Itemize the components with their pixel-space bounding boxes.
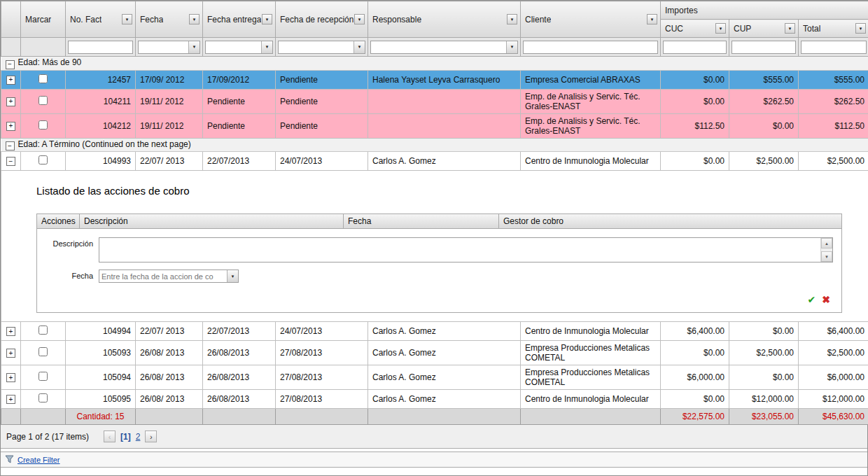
next-page-button[interactable]: › [145, 430, 157, 442]
detail-column-fecha[interactable]: Fecha [344, 214, 499, 228]
scroll-down-icon[interactable]: ▼ [821, 251, 832, 262]
cell-responsable [368, 113, 521, 138]
summary-row: Cantidad: 15 $22,575.00 $23,055.00 $45,6… [1, 409, 868, 425]
table-row[interactable]: + 12457 17/09/ 2012 17/09/2012 Pendiente… [1, 70, 868, 89]
row-checkbox[interactable] [38, 120, 48, 130]
textarea-scrollbar[interactable]: ▲ ▼ [820, 238, 832, 262]
column-header-no-fact[interactable]: No. Fact▼ [66, 1, 136, 38]
filter-dropdown-icon[interactable]: ▼ [855, 23, 866, 34]
detail-column-descripcion[interactable]: Descripción [80, 214, 344, 228]
cell-cuc: $6,400.00 [661, 322, 729, 341]
column-header-fecha[interactable]: Fecha▼ [136, 1, 203, 38]
filter-dropdown-icon[interactable]: ▼ [354, 14, 365, 24]
update-button[interactable]: ✔ [808, 294, 816, 305]
dropdown-icon[interactable]: ▼ [188, 41, 200, 53]
row-checkbox[interactable] [38, 347, 48, 356]
filter-input-fecha-entrega[interactable] [206, 41, 261, 53]
filter-input-responsable[interactable] [371, 41, 506, 53]
row-checkbox[interactable] [38, 74, 48, 83]
filter-dropdown-icon[interactable]: ▼ [262, 14, 272, 24]
table-row[interactable]: + 105094 26/08/ 2013 26/08/2013 27/08/20… [1, 365, 868, 390]
table-row[interactable]: + 104212 19/11/ 2012 Pendiente Pendiente… [1, 113, 868, 138]
group-row[interactable]: −Edad: Más de 90 [1, 57, 868, 71]
cell-cliente: Centro de Inmunologia Molecular [521, 152, 661, 171]
column-header-marcar[interactable]: Marcar [21, 1, 66, 38]
page-2-link[interactable]: 2 [136, 432, 141, 442]
filter-input-cliente[interactable] [523, 41, 658, 54]
row-checkbox[interactable] [38, 96, 48, 105]
detail-column-gestor[interactable]: Gestor de cobro [499, 214, 841, 228]
cell-cuc: $0.00 [661, 89, 729, 113]
dropdown-icon[interactable]: ▼ [506, 41, 517, 53]
cell-fecha-entrega: Pendiente [203, 89, 276, 113]
column-header-cup[interactable]: CUP▼ [729, 20, 799, 38]
cell-cliente: Emp. de Analisis y Servic. Téc. Grales-E… [521, 89, 661, 113]
column-header-cuc[interactable]: CUC▼ [661, 20, 729, 38]
column-label-marcar: Marcar [25, 15, 51, 24]
filter-input-total[interactable] [801, 41, 867, 54]
descripcion-field[interactable]: ▲ ▼ [99, 237, 833, 262]
cell-no-fact: 104994 [66, 322, 136, 341]
row-checkbox[interactable] [38, 372, 48, 381]
table-row[interactable]: + 104211 19/11/ 2012 Pendiente Pendiente… [1, 89, 868, 113]
table-row[interactable]: + 104994 22/07/ 2013 22/07/2013 24/07/20… [1, 322, 868, 341]
filter-dropdown-icon[interactable]: ▼ [122, 14, 132, 24]
filter-input-cup[interactable] [732, 41, 796, 54]
column-header-fecha-recepcion[interactable]: Fecha de recepción▼ [276, 1, 368, 38]
fecha-combo-input[interactable] [99, 270, 227, 282]
create-filter-icon[interactable] [5, 455, 14, 464]
table-row[interactable]: + 105093 26/08/ 2013 26/08/2013 27/08/20… [1, 341, 868, 365]
filter-input-fecha-recepcion[interactable] [279, 41, 354, 53]
cell-cuc: $0.00 [661, 152, 729, 171]
filter-dropdown-icon[interactable]: ▼ [189, 14, 200, 24]
dropdown-icon[interactable]: ▼ [261, 41, 272, 53]
fecha-combo[interactable]: ▼ [99, 270, 239, 283]
filter-dropdown-icon[interactable]: ▼ [507, 14, 517, 24]
column-header-cliente[interactable]: Cliente▼ [521, 1, 661, 38]
cell-no-fact: 12457 [66, 70, 136, 89]
cancel-button[interactable]: ✖ [822, 294, 830, 305]
expand-row-icon[interactable]: + [6, 327, 15, 336]
cell-cuc: $0.00 [661, 70, 729, 89]
collapse-group-icon[interactable]: − [6, 60, 15, 69]
table-row[interactable]: − 104993 22/07/ 2013 22/07/2013 24/07/20… [1, 152, 868, 171]
prev-page-button[interactable]: ‹ [104, 430, 115, 442]
row-checkbox[interactable] [38, 393, 48, 402]
filter-input-cuc[interactable] [663, 41, 727, 54]
filter-cell-empty [21, 38, 66, 57]
column-header-fecha-entrega[interactable]: Fecha entrega▼ [203, 1, 276, 38]
cell-no-fact: 104211 [66, 89, 136, 113]
expand-row-icon[interactable]: + [6, 122, 15, 131]
cell-cliente: Centro de Inmunologia Molecular [521, 390, 661, 409]
expand-row-icon[interactable]: + [6, 349, 15, 358]
cell-total: $2,500.00 [799, 152, 868, 171]
expand-row-icon[interactable]: + [6, 373, 15, 382]
cell-responsable: Halena Yayset Leyva Carrasquero [368, 70, 521, 89]
create-filter-link[interactable]: Create Filter [18, 456, 60, 464]
row-checkbox[interactable] [38, 326, 48, 335]
detail-edit-form: Descripción ▲ ▼ Fecha [36, 229, 842, 313]
collapse-group-icon[interactable]: − [6, 141, 15, 150]
dropdown-icon[interactable]: ▼ [227, 270, 238, 282]
cell-responsable [368, 89, 521, 113]
descripcion-textarea[interactable] [99, 238, 820, 262]
filter-dropdown-icon[interactable]: ▼ [647, 14, 657, 24]
cell-fecha: 22/07/ 2013 [136, 152, 203, 171]
dropdown-icon[interactable]: ▼ [354, 41, 365, 53]
expand-row-icon[interactable]: + [6, 97, 15, 106]
expand-row-icon[interactable]: + [6, 395, 15, 404]
detail-column-acciones[interactable]: Acciones [37, 214, 80, 228]
row-checkbox[interactable] [38, 155, 48, 164]
expand-row-icon[interactable]: + [6, 76, 15, 85]
column-header-total[interactable]: Total▼ [799, 20, 868, 38]
scroll-up-icon[interactable]: ▲ [821, 238, 832, 248]
filter-dropdown-icon[interactable]: ▼ [715, 23, 726, 34]
table-row[interactable]: + 105095 26/08/ 2013 26/08/2013 27/08/20… [1, 390, 868, 409]
filter-input-no-fact[interactable] [68, 41, 133, 54]
column-header-responsable[interactable]: Responsable▼ [368, 1, 521, 38]
group-row[interactable]: −Edad: A Término (Continued on the next … [1, 138, 868, 152]
filter-input-fecha[interactable] [139, 41, 188, 53]
pager-status: Page 1 of 2 (17 items) [6, 432, 89, 442]
filter-dropdown-icon[interactable]: ▼ [785, 23, 795, 34]
collapse-row-icon[interactable]: − [6, 157, 15, 166]
